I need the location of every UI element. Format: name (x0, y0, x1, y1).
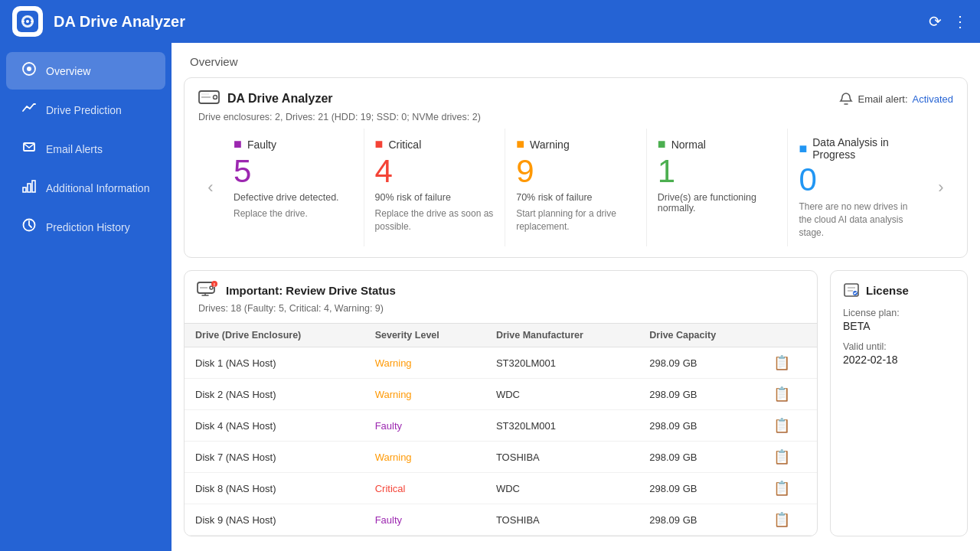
normal-label: ■ Normal (658, 136, 777, 152)
status-card-warning: ■ Warning 9 70% risk of failure Start pl… (505, 129, 647, 246)
header-actions: ⟳ ⋮ (929, 12, 968, 31)
report-action[interactable]: 📋 (763, 504, 817, 536)
sidebar-item-drive-prediction[interactable]: Drive Prediction (6, 91, 165, 129)
status-card-faulty: ■ Faulty 5 Defective drive detected. Rep… (223, 129, 364, 246)
severity-level: Faulty (364, 504, 485, 536)
report-icon[interactable]: 📋 (773, 449, 790, 465)
license-title: License (843, 282, 955, 298)
main-layout: Overview Drive Prediction Email Alerts A… (0, 43, 980, 551)
important-subtitle: Drives: 18 (Faulty: 5, Critical: 4, Warn… (197, 303, 805, 314)
report-icon[interactable]: 📋 (773, 512, 790, 527)
status-card-normal: ■ Normal 1 Drive(s) are functioning norm… (647, 129, 789, 246)
overview-icon (21, 61, 37, 80)
license-panel: License License plan: BETA Valid until: … (830, 270, 968, 536)
normal-icon: ■ (658, 136, 666, 152)
status-card-data-analysis: ■ Data Analysis in Progress 0 There are … (788, 129, 929, 246)
drive-manufacturer: ST320LM001 (485, 347, 639, 379)
drive-name: Disk 2 (NAS Host) (185, 379, 364, 410)
report-action[interactable]: 📋 (763, 347, 817, 379)
prev-nav[interactable]: ‹ (198, 129, 223, 246)
da-card-title: DA Drive Analyzer (227, 92, 333, 106)
more-icon[interactable]: ⋮ (952, 12, 968, 31)
warning-icon: ■ (516, 136, 524, 152)
sidebar-label-email-alerts: Email Alerts (46, 143, 103, 155)
overview-title: Overview (190, 55, 962, 68)
status-card-critical: ■ Critical 4 90% risk of failure Replace… (364, 129, 506, 246)
next-nav[interactable]: › (929, 129, 953, 246)
severity-level: Warning (364, 347, 485, 379)
additional-info-icon (21, 178, 37, 197)
col-drive: Drive (Drive Enclosure) (185, 324, 364, 347)
severity-level: Warning (364, 379, 485, 410)
critical-desc1: 90% risk of failure (375, 192, 495, 203)
svg-rect-10 (32, 181, 35, 192)
col-severity: Severity Level (364, 324, 485, 347)
severity-level: Faulty (364, 410, 485, 442)
table-row: Disk 1 (NAS Host) Warning ST320LM001 298… (185, 347, 817, 379)
data-analysis-label: ■ Data Analysis in Progress (799, 136, 918, 161)
critical-icon: ■ (375, 136, 384, 152)
drive-prediction-icon (21, 100, 37, 119)
report-icon[interactable]: 📋 (773, 418, 790, 433)
col-manufacturer: Drive Manufacturer (485, 324, 639, 347)
drive-capacity: 298.09 GB (639, 347, 763, 379)
drive-manufacturer: TOSHIBA (485, 442, 639, 473)
report-icon[interactable]: 📋 (773, 355, 790, 370)
app-header: DA Drive Analyzer ⟳ ⋮ (0, 0, 980, 43)
sidebar-item-prediction-history[interactable]: Prediction History (6, 208, 165, 246)
table-row: Disk 9 (NAS Host) Faulty TOSHIBA 298.09 … (185, 504, 817, 536)
refresh-icon[interactable]: ⟳ (929, 12, 942, 31)
report-icon[interactable]: 📋 (773, 481, 790, 496)
table-row: Disk 7 (NAS Host) Warning TOSHIBA 298.09… (185, 442, 817, 473)
sidebar: Overview Drive Prediction Email Alerts A… (0, 43, 172, 551)
app-title: DA Drive Analyzer (54, 13, 929, 31)
drive-manufacturer: WDC (485, 379, 639, 410)
sidebar-item-overview[interactable]: Overview (6, 52, 165, 90)
sidebar-label-overview: Overview (46, 65, 90, 77)
report-action[interactable]: 📋 (763, 410, 817, 442)
prediction-history-icon (21, 217, 37, 236)
status-cards: ■ Faulty 5 Defective drive detected. Rep… (223, 129, 929, 246)
sidebar-label-prediction-history: Prediction History (46, 221, 130, 233)
report-action[interactable]: 📋 (763, 473, 817, 504)
faulty-desc2: Replace the drive. (234, 207, 353, 220)
email-alert: Email alert: Activated (839, 92, 953, 106)
app-logo (12, 6, 43, 37)
important-section: ! Important: Review Drive Status Drives:… (184, 270, 968, 536)
drive-name: Disk 9 (NAS Host) (185, 504, 364, 536)
critical-number: 4 (375, 155, 495, 187)
severity-level: Warning (364, 442, 485, 473)
status-row: ‹ ■ Faulty 5 Defective drive detected. R… (198, 122, 953, 246)
severity-level: Critical (364, 473, 485, 504)
report-action[interactable]: 📋 (763, 379, 817, 410)
sidebar-item-additional-information[interactable]: Additional Information (6, 169, 165, 207)
data-analysis-number: 0 (799, 164, 918, 196)
faulty-icon: ■ (234, 136, 242, 152)
important-title: ! Important: Review Drive Status (197, 280, 805, 301)
license-valid-label: Valid until: (843, 341, 955, 352)
drive-manufacturer: TOSHIBA (485, 504, 639, 536)
important-header: ! Important: Review Drive Status Drives:… (185, 271, 817, 317)
license-valid-value: 2022-02-18 (843, 354, 955, 366)
content-area: Overview DA Drive Analyzer Email alert: … (172, 43, 980, 551)
faulty-label: ■ Faulty (234, 136, 353, 152)
critical-label: ■ Critical (375, 136, 495, 152)
svg-rect-8 (23, 187, 26, 192)
svg-text:!: ! (214, 282, 215, 288)
hdd-icon (198, 89, 220, 109)
table-row: Disk 4 (NAS Host) Faulty ST320LM001 298.… (185, 410, 817, 442)
drive-capacity: 298.09 GB (639, 410, 763, 442)
faulty-desc1: Defective drive detected. (234, 192, 353, 203)
sidebar-item-email-alerts[interactable]: Email Alerts (6, 130, 165, 168)
report-icon[interactable]: 📋 (773, 386, 790, 402)
important-main: ! Important: Review Drive Status Drives:… (184, 270, 818, 536)
svg-point-3 (26, 20, 29, 23)
report-action[interactable]: 📋 (763, 442, 817, 473)
content-inner: Overview DA Drive Analyzer Email alert: … (172, 43, 980, 551)
da-card: DA Drive Analyzer Email alert: Activated… (184, 77, 968, 258)
data-analysis-icon: ■ (799, 141, 807, 157)
drive-name: Disk 4 (NAS Host) (185, 410, 364, 442)
email-alert-link[interactable]: Activated (913, 93, 953, 105)
normal-desc1: Drive(s) are functioning normally. (658, 192, 777, 214)
critical-desc2: Replace the drive as soon as possible. (375, 207, 495, 233)
